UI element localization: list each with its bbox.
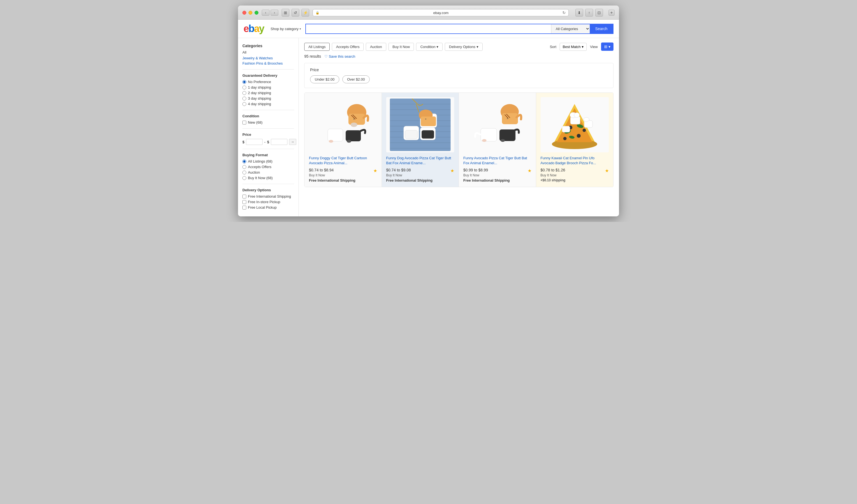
product-price-row-2: $0.74 to $9.08 ★: [386, 168, 454, 173]
buy-it-now-filter-button[interactable]: Buy It Now: [388, 43, 414, 51]
grid-view-button[interactable]: ⊞ ▾: [601, 43, 614, 51]
svg-point-36: [501, 139, 505, 142]
sort-select-button[interactable]: Best Match ▾: [560, 43, 587, 51]
search-bar: All Categories Search: [305, 24, 614, 34]
all-listings-filter-button[interactable]: All Listings: [304, 43, 330, 51]
svg-point-34: [482, 139, 486, 142]
price-range-inputs: $ - $ →: [242, 139, 294, 145]
main-layout: Categories All Jewelry & Watches Fashion…: [238, 38, 619, 216]
close-button[interactable]: [242, 11, 246, 15]
condition-dropdown-button[interactable]: Condition ▾: [416, 43, 442, 51]
reload-button[interactable]: ↻: [562, 11, 566, 15]
category-select[interactable]: All Categories: [551, 24, 590, 33]
view-chevron: ▾: [608, 45, 610, 49]
sidebar-toggle-icon[interactable]: ⊞: [282, 9, 289, 17]
product-format-4: Buy It Now: [541, 173, 609, 177]
ebay-header: ebay Shop by category ▾ All Categories S…: [238, 20, 619, 38]
delivery-1day[interactable]: 1 day shipping: [242, 85, 294, 89]
svg-rect-22: [421, 116, 436, 126]
sidebar-all-link[interactable]: All: [242, 50, 294, 54]
shop-by-category-label: Shop by category: [271, 27, 299, 31]
format-all-listings[interactable]: All Listings (68): [242, 159, 294, 163]
format-all-label: All Listings (68): [248, 159, 272, 163]
format-auction[interactable]: Auction: [242, 170, 294, 174]
view-label: View: [590, 45, 598, 49]
svg-point-9: [347, 140, 351, 143]
product-title-4[interactable]: Funny Kawaii Cat Enamel Pin Ufo Avocado …: [541, 156, 609, 166]
minimize-button[interactable]: [249, 11, 252, 15]
traffic-lights: [242, 11, 258, 15]
over-2-button[interactable]: Over $2.00: [342, 75, 369, 83]
delivery-options-dropdown-button[interactable]: Delivery Options ▾: [445, 43, 482, 51]
share-icon[interactable]: ↺: [291, 9, 299, 17]
product-price-2: $0.74 to $9.08: [386, 168, 411, 172]
svg-rect-53: [562, 126, 570, 132]
product-shipping-3: Free International Shipping: [463, 178, 532, 182]
extension-icon[interactable]: ⚡: [302, 9, 309, 17]
add-tab-button[interactable]: +: [608, 10, 615, 16]
format-buy-it-now[interactable]: Buy It Now (68): [242, 176, 294, 180]
results-area: All Listings Accepts Offers Auction Buy …: [299, 38, 619, 216]
product-image-2: ×: [386, 97, 454, 152]
delivery-3day[interactable]: 3 day shipping: [242, 96, 294, 100]
search-input[interactable]: [306, 24, 551, 33]
product-format-1: Buy It Now: [309, 173, 377, 177]
product-title-3[interactable]: Funny Avocado Pizza Cat Tiger Butt Bat F…: [463, 156, 532, 166]
product-card-1[interactable]: × Funny Doggy Cat Tiger Butt Cartoon Avo…: [304, 93, 382, 187]
condition-new[interactable]: New (68): [242, 120, 294, 124]
free-intl-shipping[interactable]: Free International Shipping: [242, 194, 294, 199]
product-card-4[interactable]: Funny Kawaii Cat Enamel Pin Ufo Avocado …: [536, 93, 614, 187]
price-min-input[interactable]: [246, 139, 263, 145]
delivery-2day[interactable]: 2 day shipping: [242, 91, 294, 95]
shop-by-category-button[interactable]: Shop by category ▾: [271, 27, 301, 31]
tabs-icon[interactable]: ⊡: [595, 9, 603, 17]
product-price-row-4: $0.78 to $1.26 ★: [541, 168, 609, 173]
free-instore-pickup[interactable]: Free In-store Pickup: [242, 200, 294, 204]
forward-button[interactable]: ›: [271, 10, 278, 16]
product-price-1: $0.74 to $8.94: [309, 168, 334, 172]
format-accepts-offers[interactable]: Accepts Offers: [242, 165, 294, 169]
product-svg-4: [544, 99, 605, 151]
guaranteed-delivery-title: Guaranteed Delivery: [242, 73, 294, 78]
product-svg-1: ×: [313, 99, 373, 151]
product-card-3[interactable]: × Funny Avocado Pizza Ca: [459, 93, 536, 187]
buying-format-title: Buying Format: [242, 153, 294, 157]
sidebar: Categories All Jewelry & Watches Fashion…: [238, 38, 299, 216]
product-star-3: ★: [527, 168, 532, 173]
svg-point-2: [351, 122, 357, 127]
price-section: Price $ - $ →: [242, 133, 294, 145]
product-title-2[interactable]: Funny Dog Avocado Pizza Cat Tiger Butt B…: [386, 156, 454, 166]
maximize-button[interactable]: [255, 11, 258, 15]
search-button[interactable]: Search: [590, 24, 613, 33]
sidebar-fashion-pins[interactable]: Fashion Pins & Brooches: [242, 61, 294, 65]
back-button[interactable]: ‹: [262, 10, 269, 16]
download-icon[interactable]: ⬇: [575, 9, 583, 17]
product-title-1[interactable]: Funny Doggy Cat Tiger Butt Cartoon Avoca…: [309, 156, 377, 166]
svg-point-45: [577, 134, 581, 138]
share-button-icon[interactable]: ↑: [585, 9, 593, 17]
format-offers-label: Accepts Offers: [248, 165, 271, 169]
price-go-button[interactable]: →: [289, 139, 296, 145]
product-star-2: ★: [450, 168, 454, 173]
free-local-pickup[interactable]: Free Local Pickup: [242, 205, 294, 209]
sort-chevron: ▾: [582, 45, 584, 49]
free-instore-label: Free In-store Pickup: [248, 200, 280, 204]
url-display: ebay.com: [321, 11, 561, 15]
address-bar[interactable]: 🔒 ebay.com ↻: [313, 9, 569, 16]
product-image-4: [541, 97, 609, 152]
logo-a: a: [254, 23, 259, 34]
browser-titlebar: ‹ › ⊞ ↺ ⚡ 🔒 ebay.com ↻ ⬇ ↑ ⊡ +: [238, 5, 619, 20]
under-2-button[interactable]: Under $2.00: [310, 75, 339, 83]
delivery-no-preference[interactable]: No Preference: [242, 80, 294, 84]
auction-filter-button[interactable]: Auction: [366, 43, 386, 51]
condition-chevron: ▾: [437, 45, 438, 49]
delivery-4day[interactable]: 4 day shipping: [242, 102, 294, 106]
sidebar-jewelry-watches[interactable]: Jewelry & Watches: [242, 56, 294, 60]
browser-window: ‹ › ⊞ ↺ ⚡ 🔒 ebay.com ↻ ⬇ ↑ ⊡ + ebay Shop…: [238, 5, 619, 216]
delivery-4day-label: 4 day shipping: [248, 102, 271, 106]
product-card-2[interactable]: × Funny Dog Avocado Pizza Cat Tiger Butt…: [382, 93, 459, 187]
condition-dropdown-label: Condition: [420, 45, 435, 49]
accepts-offers-filter-button[interactable]: Accepts Offers: [332, 43, 364, 51]
save-search-link[interactable]: ♡ Save this search: [324, 54, 355, 58]
price-max-input[interactable]: [271, 139, 287, 145]
